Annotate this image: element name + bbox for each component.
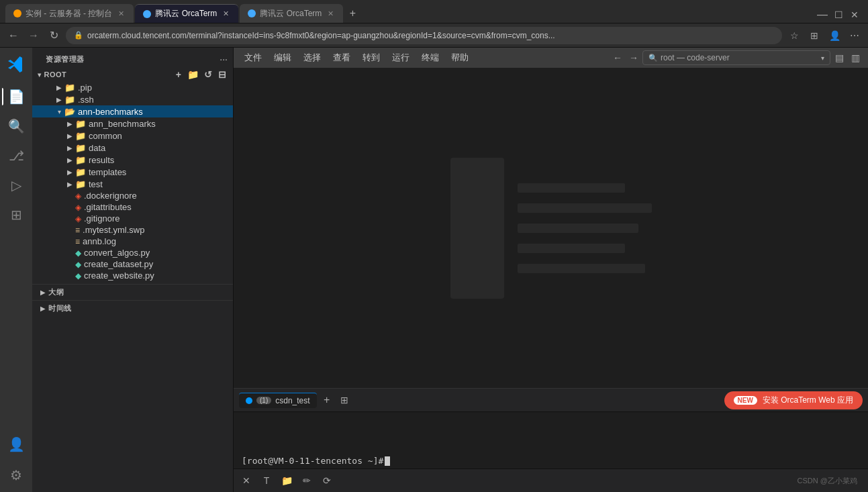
folder-icon: 📁 <box>75 131 86 141</box>
menu-item-select[interactable]: 选择 <box>298 49 326 66</box>
profile-button[interactable]: 👤 <box>826 28 842 44</box>
menu-item-help[interactable]: 帮助 <box>446 49 474 66</box>
nav-forward-button[interactable]: → <box>26 28 42 44</box>
terminal-content: [root@VM-0-11-tencentos ~]# <box>234 412 868 469</box>
settings-button[interactable]: ⋯ <box>847 28 863 44</box>
tree-item[interactable]: ≡ .mytest.yml.swp <box>32 224 233 236</box>
csdn-watermark: CSDN @乙小菜鸡 <box>798 476 857 486</box>
folder-icon: 📁 <box>75 179 86 189</box>
terminal-tabs-bar: (1) csdn_test + ⊞ NEW 安装 OrcaTerm Web 应用 <box>234 389 868 412</box>
close-button[interactable]: ✕ <box>847 7 863 23</box>
sidebar-item-extensions[interactable]: ⊞ <box>2 201 30 229</box>
tree-item[interactable]: ◆ convert_algos.py <box>32 247 233 258</box>
tab3-icon <box>248 9 256 17</box>
restore-button[interactable]: ☐ <box>830 7 847 23</box>
new-file-btn[interactable]: + <box>175 69 183 80</box>
outline-section: ▶ 大纲 <box>32 284 233 300</box>
bookmark-button[interactable]: ☆ <box>786 28 802 44</box>
tree-item[interactable]: ◆ create_website.py <box>32 270 233 281</box>
browser-tab[interactable]: 实例 - 云服务器 - 控制台 ✕ <box>5 4 134 23</box>
item-arrow-icon: ▶ <box>64 118 75 129</box>
tree-item[interactable]: ≡ annb.log <box>32 236 233 247</box>
terminal-tab-active[interactable]: (1) csdn_test <box>239 393 317 408</box>
nav-back-button[interactable]: ← <box>5 28 21 44</box>
outline-header[interactable]: ▶ 大纲 <box>32 285 233 300</box>
menu-item-terminal[interactable]: 终端 <box>416 49 444 66</box>
tab2-close[interactable]: ✕ <box>221 9 230 19</box>
root-label: ROOT <box>44 70 67 79</box>
term-btn-4[interactable]: ✏ <box>299 473 314 488</box>
term-btn-5[interactable]: ⟳ <box>320 473 334 488</box>
sidebar-item-search[interactable]: 🔍 <box>2 112 30 140</box>
minimize-button[interactable]: — <box>814 7 830 23</box>
sidebar-item-account[interactable]: 👤 <box>2 430 30 458</box>
file-git-icon: ◈ <box>75 191 81 201</box>
tree-item[interactable]: ▶ 📁 data <box>32 142 233 154</box>
item-label: .gitignore <box>84 213 119 224</box>
item-label: create_website.py <box>84 270 154 281</box>
tree-item[interactable]: ▶ 📁 .ssh <box>32 93 233 105</box>
browser-tab-3[interactable]: 腾讯云 OrcaTerm ✕ <box>240 4 343 23</box>
tree-item-selected[interactable]: ▾ 📂 ann-benchmarks <box>32 105 233 117</box>
new-tab-button[interactable]: + <box>344 5 360 21</box>
address-bar[interactable]: 🔒 orcaterm.cloud.tencent.com/terminal?in… <box>66 27 782 44</box>
tree-item[interactable]: ▶ 📁 results <box>32 154 233 166</box>
menu-item-file[interactable]: 文件 <box>239 49 267 66</box>
toolbar-nav-back[interactable]: ← <box>610 50 625 65</box>
tree-item[interactable]: ▶ 📁 ann_benchmarks <box>32 117 233 130</box>
term-btn-2[interactable]: T <box>259 473 274 488</box>
new-folder-btn[interactable]: 📁 <box>186 69 201 80</box>
term-btn-3[interactable]: 📁 <box>279 473 294 488</box>
item-arrow-icon: ▶ <box>64 154 75 165</box>
vscode-logo[interactable] <box>2 50 30 79</box>
item-label: .dockerignore <box>84 191 137 201</box>
sidebar-item-debug[interactable]: ▷ <box>2 171 30 199</box>
menu-item-goto[interactable]: 转到 <box>357 49 385 66</box>
placeholder-line-4 <box>518 244 625 253</box>
sidebar-item-settings[interactable]: ⚙ <box>2 461 30 489</box>
sidebar-item-explorer[interactable]: 📄 <box>2 83 30 111</box>
tab3-close[interactable]: ✕ <box>326 9 335 18</box>
sidebar-toggle-btn[interactable]: ▤ <box>832 50 847 65</box>
orca-install-button[interactable]: NEW 安装 OrcaTerm Web 应用 <box>724 391 863 409</box>
tab1-close[interactable]: ✕ <box>116 9 126 18</box>
tree-item-templates[interactable]: ▶ 📁 templates <box>32 166 233 178</box>
terminal-split-button[interactable]: ⊞ <box>337 393 352 407</box>
tree-item[interactable]: ◆ create_dataset.py <box>32 258 233 270</box>
tree-root-header[interactable]: ▾ ROOT + 📁 ↺ ⊟ <box>32 68 233 81</box>
item-arrow-icon: ▶ <box>64 166 75 177</box>
sidebar-more-button[interactable]: ··· <box>220 54 228 64</box>
tree-item[interactable]: ▶ 📁 .pip <box>32 81 233 93</box>
term-btn-1[interactable]: ✕ <box>239 473 254 488</box>
panel-toggle-btn[interactable]: ▥ <box>848 50 863 65</box>
menu-item-run[interactable]: 运行 <box>387 49 415 66</box>
command-palette-text: root — code-server <box>661 53 730 62</box>
folder-icon: 📁 <box>75 119 86 129</box>
dropdown-icon: ▾ <box>821 54 824 62</box>
toolbar-nav-forward[interactable]: → <box>626 50 641 65</box>
folder-icon: 📁 <box>64 95 75 105</box>
tree-item[interactable]: ◈ .gitattributes <box>32 201 233 213</box>
refresh-btn[interactable]: ↺ <box>203 69 214 80</box>
terminal-add-button[interactable]: + <box>320 393 334 407</box>
tree-item[interactable]: ▶ 📁 common <box>32 130 233 142</box>
outline-arrow-icon: ▶ <box>40 289 46 296</box>
sidebar-item-git[interactable]: ⎇ <box>2 142 30 170</box>
folder-icon: 📁 <box>75 143 86 153</box>
menu-item-edit[interactable]: 编辑 <box>269 49 297 66</box>
folder-icon: 📁 <box>64 83 75 93</box>
extension-button[interactable]: ⊞ <box>806 28 822 44</box>
outline-label: 大纲 <box>48 287 64 297</box>
collapse-btn[interactable]: ⊟ <box>217 69 228 80</box>
tree-item[interactable]: ◈ .dockerignore <box>32 190 233 201</box>
item-label: create_dataset.py <box>84 259 153 269</box>
browser-tab-active[interactable]: 腾讯云 OrcaTerm ✕ <box>135 4 238 23</box>
menu-item-view[interactable]: 查看 <box>328 49 356 66</box>
nav-reload-button[interactable]: ↻ <box>46 28 62 44</box>
tree-item[interactable]: ◈ .gitignore <box>32 213 233 224</box>
command-palette[interactable]: 🔍 root — code-server ▾ <box>642 50 830 65</box>
tree-item[interactable]: ▶ 📁 test <box>32 178 233 190</box>
file-py-icon: ◆ <box>75 260 81 269</box>
timeline-header[interactable]: ▶ 时间线 <box>32 301 233 316</box>
file-py-icon: ◆ <box>75 271 81 281</box>
